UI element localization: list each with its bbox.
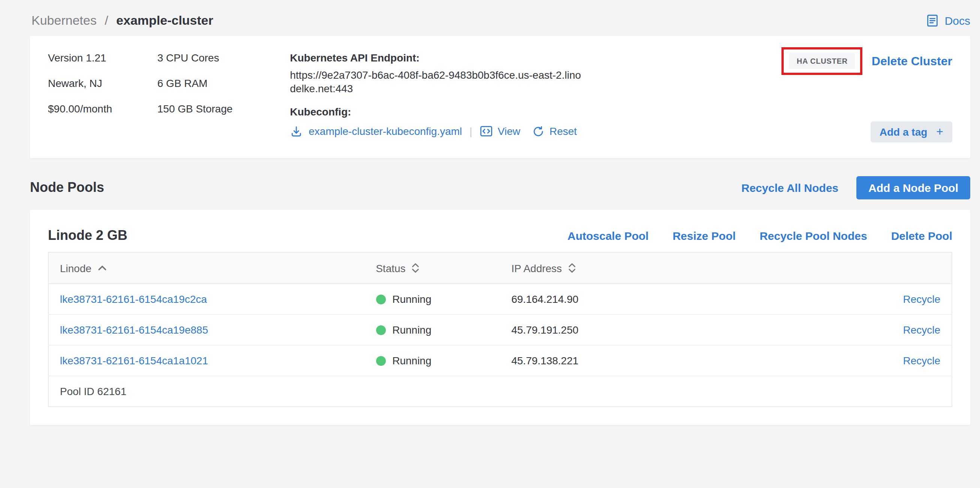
api-endpoint-block: Kubernetes API Endpoint: https://9e2a730…: [290, 52, 590, 142]
ha-cluster-badge: HA CLUSTER: [789, 53, 855, 69]
status-column-label: Status: [376, 262, 405, 274]
add-tag-button[interactable]: Add a tag +: [870, 121, 952, 142]
node-link[interactable]: lke38731-62161-6154ca1a1021: [60, 354, 208, 367]
recycle-node-button[interactable]: Recycle: [903, 354, 940, 367]
kubeconfig-view-button[interactable]: View: [480, 124, 520, 138]
node-row: lke38731-62161-6154ca19c2ca Running 69.1…: [48, 284, 952, 314]
recycle-pool-nodes-button[interactable]: Recycle Pool Nodes: [760, 230, 867, 242]
node-link[interactable]: lke38731-62161-6154ca19e885: [60, 324, 208, 336]
node-pools-title: Node Pools: [30, 180, 104, 196]
cluster-region: Newark, NJ: [48, 77, 158, 89]
nodes-table-header-row: Linode Status: [48, 252, 952, 284]
node-ip: 69.164.214.90: [511, 293, 578, 305]
docs-link[interactable]: Docs: [925, 13, 970, 28]
recycle-node-button[interactable]: Recycle: [903, 293, 940, 305]
cluster-ram: 6 GB RAM: [158, 77, 290, 89]
node-link[interactable]: lke38731-62161-6154ca19c2ca: [60, 293, 207, 305]
reset-icon: [532, 125, 545, 137]
plus-icon: +: [936, 125, 943, 139]
pool-name: Linode 2 GB: [48, 228, 127, 244]
column-header-status[interactable]: Status: [364, 252, 500, 284]
api-endpoint-url: https://9e2a7307-b6ac-408f-ba62-9483b0b3…: [290, 68, 584, 95]
delete-pool-button[interactable]: Delete Pool: [891, 230, 952, 242]
sort-ascending-icon: [97, 265, 107, 271]
linode-column-label: Linode: [60, 262, 91, 274]
pool-card-header: Linode 2 GB Autoscale Pool Resize Pool R…: [48, 228, 952, 244]
status-label: Running: [392, 324, 431, 336]
cluster-specs-column-1: Version 1.21 Newark, NJ $90.00/month: [48, 52, 158, 142]
kubeconfig-actions-row: example-cluster-kubeconfig.yaml | View: [290, 124, 590, 138]
top-bar: Kubernetes / example-cluster Docs: [30, 0, 970, 32]
node-row: lke38731-62161-6154ca1a1021 Running 45.7…: [48, 345, 952, 376]
node-status: Running: [376, 293, 489, 305]
view-label: View: [498, 125, 520, 137]
kubeconfig-download-link[interactable]: example-cluster-kubeconfig.yaml: [290, 125, 462, 137]
node-pools-actions: Recycle All Nodes Add a Node Pool: [741, 176, 970, 199]
docs-icon: [925, 13, 940, 28]
sort-both-icon: [412, 262, 420, 274]
pool-id-row: Pool ID 62161: [48, 376, 952, 407]
delete-cluster-button[interactable]: Delete Cluster: [872, 54, 952, 68]
add-tag-label: Add a tag: [880, 126, 928, 138]
node-pools-header: Node Pools Recycle All Nodes Add a Node …: [30, 176, 970, 199]
cluster-version: Version 1.21: [48, 52, 158, 64]
download-icon: [290, 125, 303, 137]
status-running-dot: [376, 294, 385, 304]
kubeconfig-filename: example-cluster-kubeconfig.yaml: [309, 125, 462, 137]
cluster-cpu: 3 CPU Cores: [158, 52, 290, 64]
reset-label: Reset: [550, 125, 577, 137]
autoscale-pool-button[interactable]: Autoscale Pool: [568, 230, 649, 242]
breadcrumb: Kubernetes / example-cluster: [32, 13, 213, 28]
status-running-dot: [376, 325, 385, 335]
node-ip: 45.79.191.250: [511, 324, 578, 336]
breadcrumb-separator: /: [105, 13, 108, 27]
add-node-pool-button[interactable]: Add a Node Pool: [856, 176, 970, 199]
cluster-storage: 150 GB Storage: [158, 103, 290, 115]
ip-address-column-label: IP Address: [511, 262, 562, 274]
status-running-dot: [376, 356, 385, 365]
node-pool-card: Linode 2 GB Autoscale Pool Resize Pool R…: [30, 210, 970, 425]
column-header-actions: [726, 252, 952, 284]
kubeconfig-reset-button[interactable]: Reset: [532, 125, 577, 137]
sort-both-icon: [568, 262, 576, 274]
docs-label: Docs: [945, 14, 970, 27]
recycle-node-button[interactable]: Recycle: [903, 324, 940, 336]
lke-cluster-detail-page: Kubernetes / example-cluster Docs: [0, 0, 980, 488]
ha-cluster-row: HA CLUSTER Delete Cluster: [782, 47, 952, 75]
pool-id-label: Pool ID 62161: [60, 385, 126, 397]
pool-action-links: Autoscale Pool Resize Pool Recycle Pool …: [568, 230, 952, 242]
recycle-all-nodes-button[interactable]: Recycle All Nodes: [741, 182, 838, 194]
column-header-ip-address[interactable]: IP Address: [500, 252, 726, 284]
node-row: lke38731-62161-6154ca19e885 Running 45.7…: [48, 314, 952, 345]
cluster-specs-column-2: 3 CPU Cores 6 GB RAM 150 GB Storage: [158, 52, 290, 142]
breadcrumb-kubernetes-link[interactable]: Kubernetes: [32, 13, 97, 27]
resize-pool-button[interactable]: Resize Pool: [673, 230, 735, 242]
status-label: Running: [392, 354, 431, 367]
red-highlight-annotation: HA CLUSTER: [782, 47, 863, 75]
kubeconfig-separator: |: [469, 125, 472, 137]
cluster-summary-card: Version 1.21 Newark, NJ $90.00/month 3 C…: [30, 36, 970, 158]
node-status: Running: [376, 324, 489, 336]
breadcrumb-current-cluster: example-cluster: [116, 13, 213, 27]
summary-card-right: HA CLUSTER Delete Cluster Add a tag +: [782, 52, 952, 142]
view-code-icon: [480, 124, 493, 138]
status-label: Running: [392, 293, 431, 305]
kubeconfig-label: Kubeconfig:: [290, 106, 590, 118]
column-header-linode[interactable]: Linode: [48, 252, 364, 284]
api-endpoint-label: Kubernetes API Endpoint:: [290, 52, 590, 64]
cluster-price: $90.00/month: [48, 103, 158, 115]
node-ip: 45.79.138.221: [511, 354, 578, 367]
node-status: Running: [376, 354, 489, 367]
nodes-table: Linode Status: [48, 252, 952, 407]
